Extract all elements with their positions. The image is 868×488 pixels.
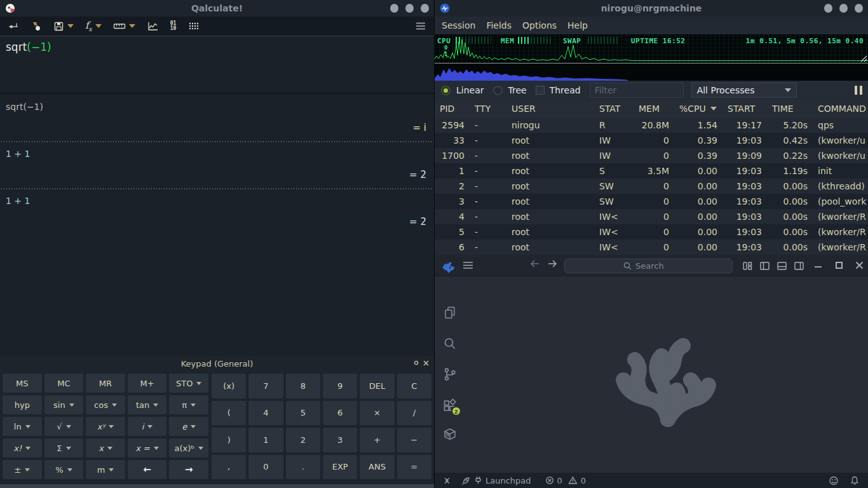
history-entry[interactable]: 1 + 1= 2	[0, 189, 434, 235]
keypad-button-9[interactable]: 9	[323, 374, 357, 398]
history-expression[interactable]: sqrt(−1)	[0, 95, 434, 112]
hamburger-menu-button[interactable]	[414, 18, 428, 34]
feedback-button[interactable]	[829, 476, 839, 485]
problems-status-item[interactable]: 0 0	[545, 476, 587, 485]
keypad-button-±[interactable]: ±	[3, 460, 42, 479]
keypad-button-xʸ[interactable]: xʸ	[86, 417, 125, 436]
keypad-button-=[interactable]: =	[397, 455, 431, 480]
pause-button[interactable]	[855, 86, 862, 95]
keypad-button-6[interactable]: 6	[323, 401, 357, 426]
header-cell-pid[interactable]: PID	[435, 104, 470, 114]
linear-radio[interactable]	[441, 86, 451, 95]
search-input[interactable]	[635, 261, 674, 271]
keypad-close-button[interactable]	[423, 360, 429, 366]
units-button[interactable]	[112, 18, 137, 34]
keypad-button-M+[interactable]: M+	[128, 374, 167, 393]
extensions-button[interactable]: 2	[442, 398, 458, 414]
keypad-button-EXP[interactable]: EXP	[323, 455, 357, 480]
thread-checkbox[interactable]	[536, 86, 545, 95]
number-bases-button[interactable]: 01 10	[169, 18, 178, 34]
mode-button[interactable]	[6, 18, 20, 34]
window-dot-icon[interactable]	[855, 4, 863, 13]
keypad-button-2[interactable]: 2	[286, 428, 320, 452]
history-result[interactable]: = 2	[0, 206, 434, 235]
menu-item-fields[interactable]: Fields	[486, 20, 512, 30]
customize-layout-button[interactable]	[742, 261, 753, 271]
keypad-button-4[interactable]: 4	[248, 401, 283, 426]
keypad-button-π[interactable]: π	[169, 395, 208, 414]
toggle-right-sidebar-button[interactable]	[794, 261, 804, 271]
table-row[interactable]: 2-rootSW00.0019:030.00s(kthreadd)	[435, 179, 868, 194]
functions-button[interactable]: fx	[84, 18, 103, 34]
keypad-button-3[interactable]: 3	[323, 428, 357, 452]
table-row[interactable]: 2594-niroguR20.8M1.5419:175.20sqps	[435, 118, 868, 133]
history-result[interactable]: = i	[0, 112, 434, 141]
keypad-button-STO[interactable]: STO	[169, 374, 208, 393]
history-expression[interactable]: 1 + 1	[0, 142, 434, 159]
keypad-button-C[interactable]: C	[397, 374, 431, 398]
table-row[interactable]: 1-rootS3.5M0.0019:031.19sinit	[435, 163, 868, 179]
keypad-button-x =[interactable]: x =	[128, 438, 167, 458]
history-expression[interactable]: 1 + 1	[0, 189, 434, 206]
tree-radio[interactable]	[493, 86, 503, 95]
search-button[interactable]	[442, 336, 458, 351]
window-dot-icon[interactable]	[390, 4, 398, 13]
table-row[interactable]: 33-rootIW00.3919:030.42s(kworker/u	[435, 133, 868, 148]
notifications-button[interactable]	[850, 476, 859, 485]
header-cell-stat[interactable]: STAT	[594, 104, 634, 114]
keypad-button-0[interactable]: 0	[248, 455, 283, 480]
keypad-button-m[interactable]: m	[86, 460, 125, 479]
keypad-button-1[interactable]: 1	[248, 428, 283, 452]
launchpad-status-item[interactable]: Launchpad	[461, 476, 531, 485]
maximize-button[interactable]	[835, 261, 843, 269]
keypad-button-)[interactable]: )	[212, 428, 246, 452]
expression-input-area[interactable]: sqrt(−1)	[0, 36, 434, 94]
keypad-button-sin[interactable]: sin	[44, 395, 84, 414]
keypad-button-.[interactable]: .	[286, 455, 320, 480]
nav-back-button[interactable]	[530, 259, 540, 268]
window-dot-icon[interactable]	[839, 4, 848, 13]
resize-grip-icon[interactable]	[860, 55, 867, 62]
keypad-button-cos[interactable]: cos	[86, 395, 125, 414]
command-center-search[interactable]	[564, 259, 733, 273]
remote-indicator[interactable]	[442, 477, 451, 485]
keypad-button-a(x)ᵇ[interactable]: a(x)ᵇ	[169, 438, 208, 458]
keypad-button-+[interactable]: +	[360, 428, 394, 452]
history-entry[interactable]: sqrt(−1)= i	[0, 95, 434, 141]
header-cell-start[interactable]: START	[722, 104, 767, 114]
keypad-button-×[interactable]: ×	[360, 401, 394, 426]
keypad-button-MS[interactable]: MS	[3, 374, 42, 393]
window-dot-icon[interactable]	[405, 4, 414, 13]
keypad-button-−[interactable]: −	[397, 428, 431, 452]
close-button[interactable]	[855, 261, 864, 269]
keypad-button-Σ[interactable]: Σ	[44, 438, 84, 458]
keypad-toggle-button[interactable]	[186, 18, 200, 34]
keypad-button-([interactable]: (	[212, 401, 246, 426]
keypad-button-%[interactable]: %	[44, 460, 84, 479]
window-dot-icon[interactable]	[824, 4, 832, 13]
history-entry[interactable]: 1 + 1= 2	[0, 142, 434, 188]
editor-menu-button[interactable]	[463, 261, 473, 270]
keypad-button-→[interactable]: →	[169, 460, 208, 479]
keypad-button-5[interactable]: 5	[286, 401, 320, 426]
window-dot-icon[interactable]	[421, 4, 429, 13]
table-row[interactable]: 6-rootIW<00.0019:030.00s(kworker/R	[435, 240, 868, 255]
keypad-button-ln[interactable]: ln	[3, 417, 42, 436]
menu-item-options[interactable]: Options	[522, 20, 557, 30]
source-control-button[interactable]	[442, 367, 458, 382]
keypad-button-x![interactable]: x!	[3, 438, 42, 458]
keypad-button-(x)[interactable]: (x)	[212, 374, 246, 398]
header-cell-cpu[interactable]: %CPU	[674, 104, 722, 114]
menu-item-help[interactable]: Help	[567, 20, 588, 30]
header-cell-tty[interactable]: TTY	[470, 104, 506, 114]
keypad-button-i[interactable]: i	[128, 417, 167, 436]
keypad-button-MR[interactable]: MR	[86, 374, 125, 393]
header-cell-mem[interactable]: MEM	[634, 104, 674, 114]
nav-forward-button[interactable]	[547, 259, 557, 268]
keypad-button-/[interactable]: /	[397, 401, 431, 426]
keypad-button-,[interactable]: ,	[212, 455, 246, 480]
insert-variable-button[interactable]	[29, 18, 43, 34]
keypad-button-e[interactable]: e	[169, 417, 208, 436]
container-explorer-button[interactable]	[442, 427, 458, 442]
table-row[interactable]: 1700-rootIW00.3919:090.22s(kworker/u	[435, 148, 868, 163]
